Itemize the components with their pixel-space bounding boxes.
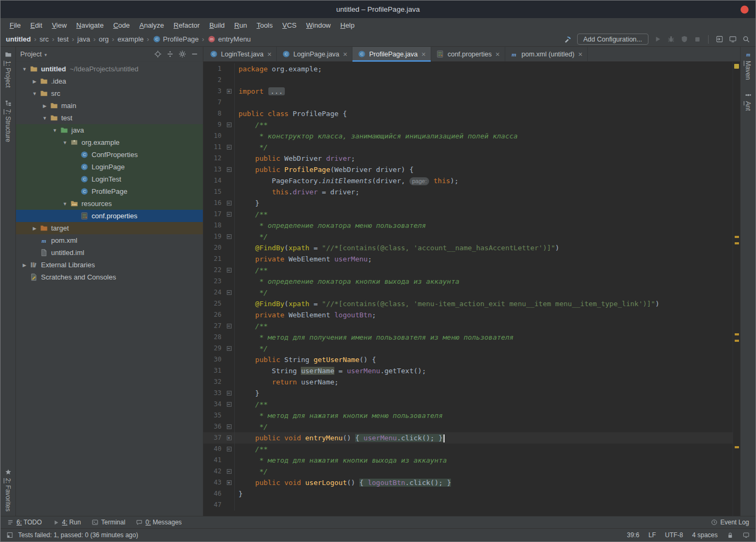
code-line-11[interactable]: 11− */	[203, 142, 733, 153]
line-number[interactable]: 31	[203, 365, 224, 376]
line-number[interactable]: 13	[203, 164, 224, 175]
line-number[interactable]: 37	[203, 432, 224, 444]
collapse-arrow-icon[interactable]: ▼	[20, 67, 29, 72]
line-number[interactable]: 2	[203, 75, 224, 86]
code-line-42[interactable]: 42− */	[203, 466, 733, 477]
collapse-arrow-icon[interactable]: ▼	[51, 128, 59, 133]
code-line-30[interactable]: 30 public String getUserName() {	[203, 354, 733, 365]
tab-loginpage-java[interactable]: CLoginPage.java×	[277, 47, 352, 61]
gutter[interactable]	[224, 354, 235, 365]
gutter[interactable]	[224, 108, 235, 119]
tab-profilepage-java[interactable]: CProfilePage.java×	[352, 47, 431, 61]
line-number[interactable]: 42	[203, 466, 224, 477]
tree-item-main[interactable]: ▶main	[16, 100, 203, 112]
code-line-2[interactable]: 2	[203, 75, 733, 86]
tree-item-pom-xml[interactable]: mpom.xml	[16, 234, 203, 247]
gutter[interactable]: −	[224, 444, 235, 455]
code-line-47[interactable]: 47	[203, 499, 733, 511]
menu-file[interactable]: File	[5, 20, 26, 31]
status-caret-position[interactable]: 39:6	[627, 531, 639, 539]
line-number[interactable]: 40	[203, 444, 224, 455]
code-line-19[interactable]: 19− */	[203, 231, 733, 242]
fold-collapse-icon[interactable]: −	[227, 201, 232, 206]
line-number[interactable]: 27	[203, 321, 224, 332]
tree-item-target[interactable]: ▶target	[16, 222, 203, 234]
line-number[interactable]: 11	[203, 142, 224, 153]
tree-item-idea[interactable]: ▶.idea	[16, 75, 203, 87]
fold-collapse-icon[interactable]: −	[227, 234, 232, 239]
tab-logintest-java[interactable]: CLoginTest.java×	[204, 47, 277, 61]
line-number[interactable]: 23	[203, 276, 224, 287]
menu-navigate[interactable]: Navigate	[71, 20, 108, 31]
code-line-32[interactable]: 32 return userName;	[203, 376, 733, 388]
tree-item-profilepage[interactable]: CProfilePage	[16, 185, 203, 198]
fold-collapse-icon[interactable]: −	[227, 402, 232, 407]
close-icon[interactable]: ×	[495, 50, 499, 59]
tool-button-maven[interactable]: mMaven	[744, 51, 752, 80]
tree-item-logintest[interactable]: CLoginTest	[16, 173, 203, 185]
code-line-14[interactable]: 14 PageFactory.initElements(driver, page…	[203, 175, 733, 186]
collapse-arrow-icon[interactable]: ▼	[30, 91, 39, 96]
error-stripe[interactable]	[733, 62, 740, 516]
expand-arrow-icon[interactable]: ▶	[30, 79, 39, 84]
code-line-20[interactable]: 20 @FindBy(xpath = "//*[contains(@class,…	[203, 242, 733, 253]
tree-item-org-example[interactable]: ▼org.example	[16, 136, 203, 149]
code-line-9[interactable]: 9− /**	[203, 119, 733, 130]
line-number[interactable]: 41	[203, 455, 224, 466]
gutter[interactable]	[224, 186, 235, 198]
line-number[interactable]: 33	[203, 388, 224, 399]
breadcrumb-test[interactable]: test	[57, 35, 69, 43]
menu-analyze[interactable]: Analyze	[135, 20, 169, 31]
menu-vcs[interactable]: VCS	[277, 20, 301, 31]
gutter[interactable]: −	[224, 466, 235, 477]
code-line-26[interactable]: 26 private WebElement logoutBtn;	[203, 309, 733, 321]
line-number[interactable]: 3	[203, 86, 224, 97]
tab-conf-properties[interactable]: conf.properties×	[431, 47, 505, 61]
menu-build[interactable]: Build	[204, 20, 229, 31]
code-line-8[interactable]: 8public class ProfilePage {	[203, 108, 733, 119]
toolwindow-button-event-log[interactable]: Event Log	[711, 519, 749, 526]
fold-collapse-icon[interactable]: −	[227, 268, 232, 273]
menu-window[interactable]: Window	[301, 20, 335, 31]
warning-mark[interactable]	[735, 340, 739, 342]
code-line-1[interactable]: 1package org.example;	[203, 63, 733, 75]
tree-item-untitled-iml[interactable]: untitled.iml	[16, 247, 203, 259]
gutter[interactable]	[224, 242, 235, 253]
code-line-31[interactable]: 31 String userName = userMenu.getText();	[203, 365, 733, 376]
line-number[interactable]: 10	[203, 130, 224, 142]
toolwindow-button-terminal[interactable]: Terminal	[92, 519, 125, 526]
tool-button-ant[interactable]: Ant	[744, 92, 752, 111]
line-number[interactable]: 12	[203, 153, 224, 164]
project-panel-title[interactable]: Project	[20, 50, 42, 58]
gutter[interactable]: +	[224, 477, 235, 488]
fold-collapse-icon[interactable]: −	[227, 324, 232, 329]
fold-collapse-icon[interactable]: −	[227, 145, 232, 150]
line-number[interactable]: 20	[203, 242, 224, 253]
collapse-arrow-icon[interactable]: ▼	[61, 140, 69, 145]
play-icon[interactable]	[653, 35, 662, 44]
code-area[interactable]: 1package org.example;23+import ...78publ…	[203, 62, 733, 516]
gutter[interactable]	[224, 153, 235, 164]
locate-icon[interactable]	[153, 50, 162, 59]
search-icon[interactable]	[742, 35, 750, 44]
hammer-icon[interactable]	[564, 35, 572, 44]
code-line-35[interactable]: 35 * метод для нажатия кнопки меню польз…	[203, 410, 733, 421]
warning-mark[interactable]	[735, 242, 739, 244]
close-icon[interactable]: ×	[578, 50, 582, 59]
gutter[interactable]	[224, 130, 235, 142]
gutter[interactable]: −	[224, 209, 235, 220]
gutter[interactable]: −	[224, 343, 235, 354]
code-line-21[interactable]: 21 private WebElement userMenu;	[203, 253, 733, 265]
folded-code[interactable]: ...	[268, 87, 285, 95]
gutter[interactable]: −	[224, 287, 235, 298]
line-number[interactable]: 19	[203, 231, 224, 242]
warning-mark[interactable]	[735, 333, 739, 335]
fold-collapse-icon[interactable]: −	[227, 122, 232, 127]
fold-collapse-icon[interactable]: −	[227, 346, 232, 351]
lock-icon[interactable]	[727, 532, 734, 539]
breadcrumb-org[interactable]: org	[98, 35, 109, 43]
breadcrumb-profilepage[interactable]: CProfilePage	[152, 35, 199, 44]
warning-mark[interactable]	[735, 236, 739, 238]
code-line-40[interactable]: 40− /**	[203, 444, 733, 455]
inspections-indicator[interactable]	[734, 64, 739, 69]
